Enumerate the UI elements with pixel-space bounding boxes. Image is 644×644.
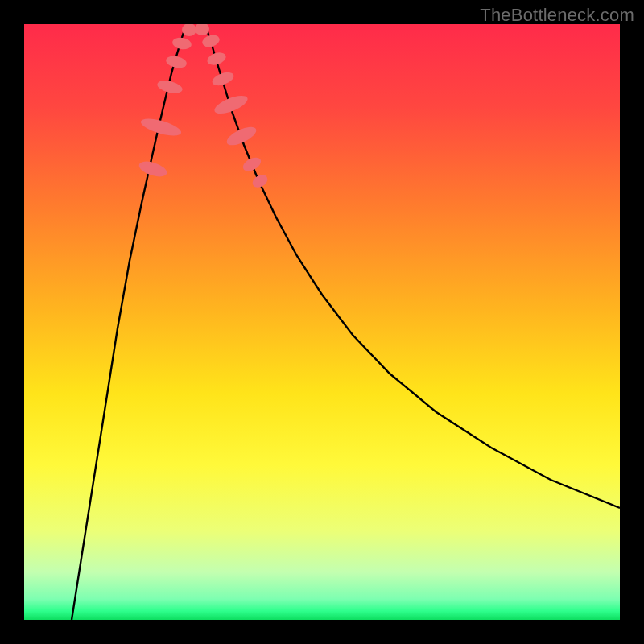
data-marker [195, 24, 209, 35]
plot-area [24, 24, 620, 620]
data-marker [213, 92, 250, 117]
curve-layer [24, 24, 620, 620]
data-marker [200, 33, 221, 49]
data-marker [241, 155, 263, 174]
data-marker [205, 51, 227, 68]
curve-left-branch [72, 30, 184, 620]
data-marker [171, 36, 192, 51]
chart-frame: TheBottleneck.com [0, 0, 644, 644]
data-marker [165, 54, 188, 69]
watermark-text: TheBottleneck.com [480, 5, 634, 26]
data-marker [182, 24, 196, 36]
data-marker [225, 123, 259, 149]
marker-group [137, 24, 270, 190]
data-marker [137, 159, 168, 180]
data-marker [250, 172, 270, 190]
curve-right-branch [207, 30, 620, 508]
